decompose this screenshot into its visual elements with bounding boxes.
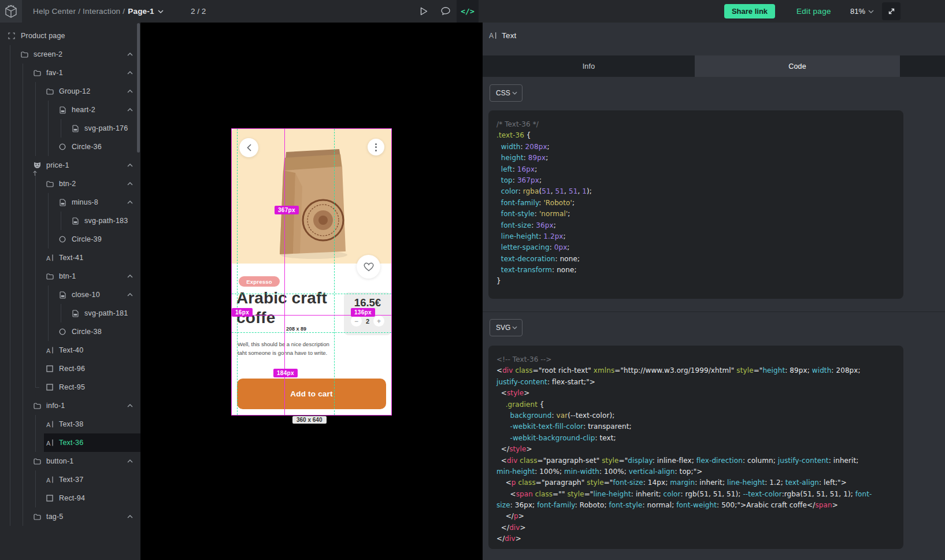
layer-label: info-1	[46, 402, 65, 410]
tree-indent-guides	[6, 507, 31, 526]
layer-row[interactable]: close-10	[0, 285, 140, 304]
layer-row[interactable]: Circle-39	[0, 230, 140, 249]
chevron-up-icon[interactable]	[127, 515, 133, 518]
play-button[interactable]	[413, 0, 435, 23]
favorite-button[interactable]	[357, 255, 380, 279]
folder-icon	[32, 403, 42, 409]
chevron-up-icon[interactable]	[127, 404, 133, 407]
chevron-down-icon	[512, 326, 517, 329]
layer-label: svg-path-176	[84, 124, 128, 132]
layer-row[interactable]: minus-8	[0, 193, 140, 212]
svg-file-icon	[71, 125, 80, 132]
expand-icon	[888, 8, 895, 15]
layer-row[interactable]: Group-12	[0, 82, 140, 101]
layer-row[interactable]: btn-1	[0, 267, 140, 285]
artboard-product-page[interactable]: Expresso Arabic craftcoffe 16.5€ − 2 + W…	[232, 129, 391, 415]
text-layer-icon: A	[489, 32, 497, 39]
heart-icon	[364, 262, 374, 272]
svg-file-icon	[58, 106, 67, 114]
back-button[interactable]	[239, 138, 258, 157]
folder-icon	[20, 51, 29, 58]
layer-row[interactable]: svg-path-181	[0, 304, 140, 322]
layer-row[interactable]: svg-path-183	[0, 212, 140, 230]
text-icon: A	[45, 254, 54, 261]
layers-panel: Product page screen-2	[0, 23, 140, 560]
layer-row[interactable]: info-1	[0, 396, 140, 415]
breadcrumb-page[interactable]: Page-1	[128, 7, 154, 16]
tab-filler	[900, 55, 945, 77]
more-options-button[interactable]	[368, 139, 384, 155]
tree-indent-guides	[6, 415, 44, 433]
circle-icon	[58, 143, 67, 150]
layer-row[interactable]: Rect-95	[0, 378, 140, 396]
layer-label: minus-8	[72, 198, 98, 206]
plus-button[interactable]: +	[373, 316, 384, 327]
layer-row[interactable]: A Text-38	[0, 415, 140, 433]
tab-info[interactable]: Info	[483, 55, 695, 77]
app-logo[interactable]	[0, 0, 22, 23]
layer-row[interactable]: A Text-41	[0, 249, 140, 267]
layer-label: fav-1	[46, 69, 63, 77]
layer-row[interactable]: Rect-96	[0, 359, 140, 378]
svg-text:A: A	[46, 255, 51, 262]
text-icon: A	[45, 347, 54, 354]
design-canvas[interactable]: Expresso Arabic craftcoffe 16.5€ − 2 + W…	[140, 23, 483, 560]
layer-row[interactable]: heart-2	[0, 101, 140, 119]
layer-label: svg-path-181	[84, 309, 128, 317]
layer-label: Circle-36	[72, 143, 102, 151]
layer-row[interactable]: Rect-94	[0, 489, 140, 507]
tree-indent-guides	[6, 64, 31, 82]
add-to-cart-button[interactable]: Add to cart	[237, 379, 386, 409]
chevron-up-icon[interactable]	[127, 182, 133, 186]
layer-label: btn-2	[59, 180, 76, 188]
sidebar-scrollbar[interactable]	[137, 23, 140, 153]
quantity-value: 2	[366, 318, 369, 325]
layer-row[interactable]: A Text-36	[0, 433, 140, 452]
layer-row[interactable]: Circle-38	[0, 322, 140, 341]
code-view-button[interactable]: </>	[457, 0, 479, 23]
fullscreen-button[interactable]	[882, 2, 900, 20]
chevron-down-icon[interactable]	[158, 10, 164, 13]
layer-row[interactable]: screen-2	[0, 45, 140, 64]
chevron-up-icon[interactable]	[127, 293, 133, 296]
breadcrumb[interactable]: Help Center / Interaction / Page-1	[33, 0, 164, 23]
tree-indent-guides	[6, 45, 18, 64]
layer-row[interactable]: button-1	[0, 452, 140, 470]
chevron-up-icon[interactable]	[127, 108, 133, 112]
layer-row[interactable]: fav-1	[0, 64, 140, 82]
comment-button[interactable]	[435, 0, 457, 23]
minus-button[interactable]: −	[351, 316, 362, 327]
chevron-up-icon[interactable]	[127, 201, 133, 204]
layer-label: tag-5	[46, 513, 64, 521]
chevron-up-icon[interactable]	[127, 90, 133, 93]
svg-file-icon	[71, 310, 80, 317]
layer-row[interactable]: Circle-36	[0, 138, 140, 156]
zoom-control[interactable]: 81%	[850, 0, 874, 23]
layer-label: Circle-38	[72, 328, 102, 336]
layer-row[interactable]: tag-5	[0, 507, 140, 526]
product-tag[interactable]: Expresso	[239, 276, 280, 287]
chevron-up-icon[interactable]	[127, 459, 133, 463]
layer-row[interactable]: A Text-37	[0, 470, 140, 489]
css-format-dropdown[interactable]: CSS	[490, 84, 522, 102]
svg-text:A: A	[46, 347, 51, 354]
chevron-up-icon[interactable]	[127, 71, 133, 75]
layer-row[interactable]: svg-path-176	[0, 119, 140, 138]
svg-file-icon	[71, 217, 80, 225]
share-link-button[interactable]: Share link	[724, 4, 775, 18]
edit-page-link[interactable]: Edit page	[796, 0, 831, 23]
chevron-up-icon[interactable]	[127, 275, 133, 278]
svg-text:A: A	[46, 421, 51, 428]
inspector-tabs: Info Code	[483, 55, 945, 77]
layer-row[interactable]: Product page	[0, 27, 140, 45]
svg-text:A: A	[46, 477, 51, 484]
layer-row[interactable]: A Text-40	[0, 341, 140, 359]
chevron-up-icon[interactable]	[127, 164, 133, 167]
layer-row[interactable]: btn-2	[0, 175, 140, 193]
tab-code[interactable]: Code	[695, 55, 900, 77]
chevron-up-icon[interactable]	[127, 53, 133, 56]
svg-format-dropdown[interactable]: SVG	[490, 319, 522, 336]
layer-row[interactable]: price-1	[0, 156, 140, 175]
layer-label: Text-37	[59, 476, 83, 484]
measure-badge-left: 16px	[232, 308, 253, 317]
